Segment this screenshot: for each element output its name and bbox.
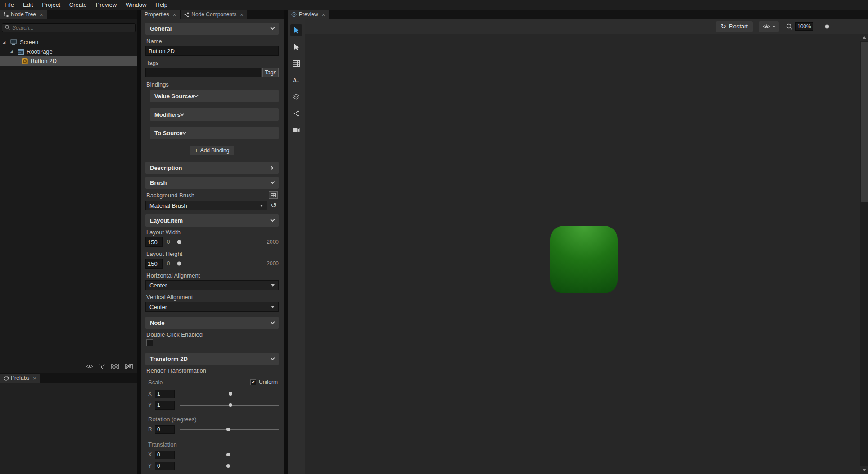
zoom-level-input[interactable] — [795, 22, 813, 31]
menu-create[interactable]: Create — [65, 0, 91, 10]
tab-preview[interactable]: Preview × — [288, 10, 329, 19]
double-click-enabled-label: Double-Click Enabled — [146, 331, 278, 338]
kanzi-studio-window: File Edit Project Create Preview Window … — [0, 0, 868, 474]
scale-x-slider[interactable] — [180, 389, 279, 398]
section-general[interactable]: General — [145, 23, 279, 35]
expander-icon[interactable]: ◢ — [10, 49, 15, 54]
slider-handle[interactable] — [177, 240, 181, 244]
tab-node-components[interactable]: Node Components × — [181, 10, 247, 19]
tags-button[interactable]: Tags — [262, 68, 279, 77]
transparency-grid-icon[interactable] — [111, 364, 119, 369]
brush-picker-icon[interactable] — [269, 191, 278, 199]
scrollbar-thumb[interactable] — [861, 42, 868, 202]
close-icon[interactable]: × — [173, 12, 176, 18]
section-transform-2d[interactable]: Transform 2D — [145, 353, 279, 365]
menu-project[interactable]: Project — [37, 0, 64, 10]
menu-edit[interactable]: Edit — [18, 0, 37, 10]
tree-row-screen[interactable]: ◢ Screen — [0, 37, 137, 47]
scroll-down-icon[interactable] — [860, 466, 868, 474]
horizontal-alignment-select[interactable]: Center — [145, 280, 279, 290]
translation-y-row: Y — [145, 461, 279, 470]
close-icon[interactable]: × — [240, 12, 244, 18]
layout-height-row: 0 2000 — [145, 259, 279, 269]
tab-node-tree[interactable]: Node Tree × — [0, 10, 47, 19]
chevron-down-icon — [180, 111, 184, 116]
section-title: Modifiers — [154, 111, 181, 118]
scale-y-input[interactable] — [155, 401, 175, 410]
double-click-enabled-checkbox[interactable] — [146, 339, 153, 346]
section-node[interactable]: Node — [145, 317, 279, 329]
button-2d-node[interactable] — [550, 226, 618, 293]
layout-width-slider[interactable] — [173, 237, 260, 247]
scroll-up-icon[interactable] — [860, 34, 868, 41]
scale-y-slider[interactable] — [180, 401, 279, 410]
rotation-input[interactable] — [155, 425, 175, 434]
slider-handle[interactable] — [825, 24, 829, 28]
search-input[interactable] — [12, 25, 132, 31]
close-icon[interactable]: × — [322, 12, 326, 18]
tree-row-button-2d[interactable]: Button 2D — [0, 56, 137, 66]
transparency-grid-off-icon[interactable] — [125, 364, 133, 369]
close-icon[interactable]: × — [33, 375, 36, 381]
slider-handle[interactable] — [177, 262, 181, 266]
translation-y-input[interactable] — [155, 462, 175, 470]
interact-tool-icon[interactable] — [290, 24, 302, 36]
expander-icon[interactable]: ◢ — [3, 40, 8, 45]
tags-input[interactable] — [145, 68, 261, 77]
layout-width-input[interactable] — [145, 237, 163, 247]
text-tool-icon[interactable]: A — [290, 74, 302, 86]
vertical-alignment-select[interactable]: Center — [145, 302, 279, 312]
grid-tool-icon[interactable] — [290, 58, 302, 69]
section-description[interactable]: Description — [145, 162, 279, 174]
layers-tool-icon[interactable] — [290, 91, 302, 103]
section-to-source[interactable]: To Source — [150, 127, 279, 139]
dropdown-arrow-icon — [271, 284, 275, 287]
slider-handle[interactable] — [226, 464, 230, 468]
scale-y-row: Y — [145, 401, 279, 410]
tree-row-rootpage[interactable]: ◢ RootPage — [0, 47, 137, 56]
name-input[interactable] — [145, 46, 279, 56]
rotation-slider[interactable] — [180, 425, 279, 434]
node-graph-tool-icon[interactable] — [290, 108, 302, 119]
chevron-down-icon — [194, 93, 198, 97]
slider-handle[interactable] — [229, 392, 232, 396]
section-value-sources[interactable]: Value Sources — [150, 90, 279, 102]
filter-icon[interactable] — [99, 364, 105, 369]
visibility-eye-icon[interactable] — [86, 364, 93, 369]
menu-preview[interactable]: Preview — [91, 0, 121, 10]
menu-help[interactable]: Help — [151, 0, 172, 10]
translation-x-input[interactable] — [155, 451, 175, 459]
section-brush[interactable]: Brush — [145, 177, 279, 189]
search-icon — [5, 24, 10, 31]
slider-handle[interactable] — [226, 428, 230, 431]
axis-y-label: Y — [148, 463, 155, 469]
section-layout-item[interactable]: Layout.Item — [145, 214, 279, 227]
select-tool-icon[interactable] — [290, 41, 302, 53]
menu-window[interactable]: Window — [121, 0, 151, 10]
preview-vertical-scrollbar[interactable] — [860, 34, 868, 474]
translation-y-slider[interactable] — [180, 461, 279, 470]
tab-label: Node Tree — [11, 11, 36, 18]
layout-height-input[interactable] — [145, 259, 163, 269]
scale-x-input[interactable] — [155, 390, 175, 398]
slider-handle[interactable] — [226, 453, 230, 456]
render-transformation-label: Render Transformation — [146, 367, 278, 374]
section-modifiers[interactable]: Modifiers — [150, 108, 279, 121]
close-icon[interactable]: × — [40, 12, 43, 18]
layout-height-slider[interactable] — [173, 259, 260, 269]
visibility-options-button[interactable] — [759, 21, 779, 32]
preview-canvas[interactable] — [305, 34, 860, 474]
uniform-checkbox[interactable]: ✔ — [250, 379, 256, 385]
tab-properties[interactable]: Properties × — [141, 10, 180, 19]
add-binding-button[interactable]: + Add Binding — [190, 146, 235, 155]
camera-tool-icon[interactable] — [290, 124, 302, 136]
reset-icon[interactable]: ↺ — [269, 202, 279, 209]
tab-prefabs[interactable]: Prefabs × — [0, 374, 40, 383]
restart-button[interactable]: ↻ Restart — [716, 21, 753, 32]
zoom-slider[interactable] — [818, 22, 861, 31]
slider-handle[interactable] — [229, 403, 232, 407]
menu-file[interactable]: File — [0, 0, 18, 10]
layout-height-label: Layout Height — [146, 251, 278, 257]
background-brush-dropdown[interactable]: Material Brush — [145, 201, 267, 210]
translation-x-slider[interactable] — [180, 450, 279, 459]
